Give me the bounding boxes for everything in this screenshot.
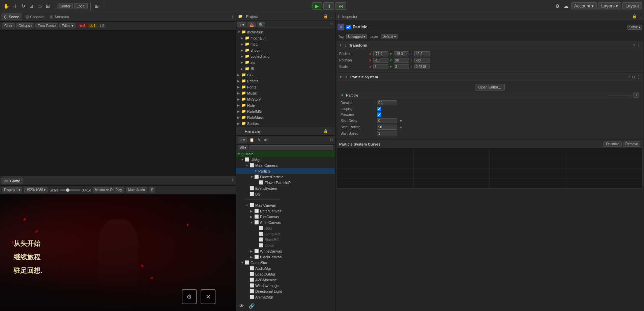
list-item[interactable]: ▶ 📁 shouji (236, 47, 335, 53)
list-item[interactable]: ⬜ BG1 (236, 225, 335, 231)
hierarchy-bottom-icon2[interactable]: 🔗 (247, 303, 256, 309)
step-button[interactable]: ⏭ (335, 2, 346, 10)
hierarchy-search-input[interactable] (250, 145, 333, 150)
list-item[interactable]: ▼ ⬜ Main Camera (236, 162, 335, 168)
list-item[interactable]: ▶ 📁 Music (236, 90, 335, 96)
transform-info-icon[interactable]: ? (633, 44, 635, 47)
hierarchy-icon1-btn[interactable]: 📋 (248, 137, 256, 143)
move-tool-btn[interactable]: ✛ (12, 3, 19, 9)
prewarm-checkbox[interactable] (377, 112, 381, 117)
hierarchy-bottom-icon1[interactable]: 👁 (238, 303, 245, 309)
project-icon1-btn[interactable]: 📥 (247, 22, 256, 27)
hierarchy-lock-icon[interactable]: 🔒 (323, 129, 328, 133)
hierarchy-icon3-btn[interactable]: 👁 (263, 137, 269, 143)
object-name-field[interactable]: Particle (353, 25, 625, 29)
rot-y-input[interactable] (394, 58, 409, 63)
rect-tool-btn[interactable]: ▭ (36, 3, 43, 9)
list-item[interactable]: ⬜ AudioMgr (236, 265, 335, 271)
game-tab-more-btn[interactable]: ⋮ (231, 179, 234, 183)
list-item[interactable]: ▼ ⬜ UIMgr (236, 157, 335, 162)
open-editor-button[interactable]: Open Editor... (475, 84, 505, 90)
hierarchy-icon2-btn[interactable]: ✎ (256, 137, 262, 143)
list-item[interactable]: ▶ 📁 Sprites (236, 121, 335, 127)
inspector-more-icon[interactable]: ⋮ (638, 14, 642, 19)
list-item[interactable]: ▶ 📁 黑 (236, 66, 335, 72)
project-tab-label[interactable]: Project (244, 14, 260, 19)
close-game-btn[interactable]: ✕ (201, 289, 215, 304)
scale-tool-btn[interactable]: ⊡ (28, 3, 35, 9)
static-dropdown[interactable]: Static ▾ (627, 25, 642, 30)
pos-x-input[interactable] (373, 51, 388, 56)
resolution-dropdown[interactable]: 1920x1080 ▾ (24, 187, 48, 192)
ps-resize-icon[interactable]: ⊡ (632, 75, 635, 79)
ps-info-icon[interactable]: ? (628, 75, 630, 79)
list-item[interactable]: ⬜ Directional Light (236, 288, 335, 294)
ps-add-btn[interactable]: + (634, 93, 639, 98)
local-btn[interactable]: Local (74, 3, 88, 9)
stats-btn[interactable]: S (149, 187, 155, 192)
ps-header[interactable]: ▼ ✦ Particle System ? ⊡ ⋮ (337, 73, 642, 81)
project-icon2-btn[interactable]: 🔍 (257, 22, 265, 27)
object-active-checkbox[interactable] (346, 25, 351, 29)
inspector-lock-icon[interactable]: 🔒 (632, 14, 637, 19)
mute-audio-btn[interactable]: Mute Audio (126, 187, 147, 192)
list-item[interactable]: ⬜ DongHua (236, 231, 335, 237)
main-more-icon[interactable]: ⋮ (330, 152, 334, 156)
clear-button[interactable]: Clear (2, 23, 15, 28)
list-item[interactable]: ▶ 📁 Role (236, 102, 335, 108)
list-item[interactable]: ▼ ⬜ GameStart (236, 260, 335, 265)
list-item[interactable]: ▶ ⬜ WhiteCanvas (236, 248, 335, 254)
account-button[interactable]: Account ▾ (571, 2, 597, 9)
list-item[interactable]: ⬜ FlowerParticleP (236, 180, 335, 185)
scale-track[interactable] (60, 189, 80, 191)
transform-more-icon[interactable]: ⋮ (636, 43, 640, 48)
list-item[interactable]: ⬜ AnimatMgr (236, 294, 335, 300)
list-item[interactable]: ▶ 📁 CG (236, 72, 335, 78)
ps-more-icon[interactable]: ⋮ (636, 75, 640, 79)
hierarchy-more-icon[interactable]: ⋮ (329, 129, 333, 133)
list-item[interactable]: ▶ 📁 RoleIMG (236, 108, 335, 114)
remove-button[interactable]: Remove (623, 141, 640, 147)
duration-input[interactable] (377, 100, 397, 105)
list-item[interactable]: ▶ ⬜ BlackCanvas (236, 254, 335, 260)
layout-button[interactable]: Layout (622, 2, 642, 9)
display-dropdown[interactable]: Display 1 ▾ (2, 187, 22, 192)
hierarchy-add-btn[interactable]: + ▾ (238, 137, 247, 142)
layer-dropdown[interactable]: Default ▾ (381, 34, 397, 39)
list-item[interactable]: ▼ ⬜ MainCanvas (236, 202, 335, 208)
tab-more-btn[interactable]: ⋮ (231, 15, 234, 19)
tag-dropdown[interactable]: Untagged ▾ (346, 34, 367, 39)
list-item[interactable]: ⬜ LoadCGMgr (236, 271, 335, 277)
scale-y-input[interactable] (394, 64, 409, 69)
transform-header[interactable]: ▼ ↕ Transform ? ⋮ (337, 42, 642, 49)
pos-z-input[interactable] (414, 51, 430, 56)
list-item[interactable]: ▶ 📁 zts (236, 59, 335, 66)
project-more-icon[interactable]: ⋮ (329, 14, 333, 19)
settings-game-btn[interactable]: ⚙ (182, 289, 197, 304)
start-lifetime-arrow[interactable]: ▾ (400, 125, 402, 130)
center-btn[interactable]: Center (57, 3, 73, 9)
list-item[interactable]: ⬜ Down (236, 242, 335, 248)
list-item[interactable]: ▶ ⬜ EnterCanvas (236, 208, 335, 214)
rotate-tool-btn[interactable]: ↻ (20, 3, 27, 9)
settings-icon-btn[interactable]: ⚙ (554, 3, 561, 9)
maximize-on-play-btn[interactable]: Maximize On Play (93, 187, 124, 192)
scale-z-input[interactable] (414, 64, 430, 69)
tab-console[interactable]: ▤ Console (23, 14, 46, 20)
list-item[interactable]: ⬜ WindowImage (236, 283, 335, 288)
rot-x-input[interactable] (373, 58, 388, 63)
looping-checkbox[interactable] (377, 107, 381, 111)
start-lifetime-input[interactable] (377, 125, 397, 130)
list-item[interactable]: ▶ 📁 MyStory (236, 96, 335, 102)
optimize-button[interactable]: Optimize (604, 141, 621, 147)
start-speed-input[interactable] (377, 131, 397, 136)
list-item[interactable]: ▼ ⬜ AnimCanvas (236, 219, 335, 225)
list-item[interactable]: ▼ ⬡ Main ⋮ (236, 151, 335, 157)
list-item[interactable]: ▶ 📁 mtlcj (236, 41, 335, 47)
inspector-tab-label[interactable]: Inspector (340, 14, 359, 19)
rot-z-input[interactable] (414, 58, 430, 63)
list-item[interactable]: ▶ ⬜ PlotCanvas (236, 214, 335, 219)
list-item[interactable]: ▶ 📁 motinalun (236, 35, 335, 41)
list-item[interactable]: ▶ 📁 Effects (236, 78, 335, 84)
list-item[interactable]: ▶ 📁 RoleMusic (236, 114, 335, 121)
